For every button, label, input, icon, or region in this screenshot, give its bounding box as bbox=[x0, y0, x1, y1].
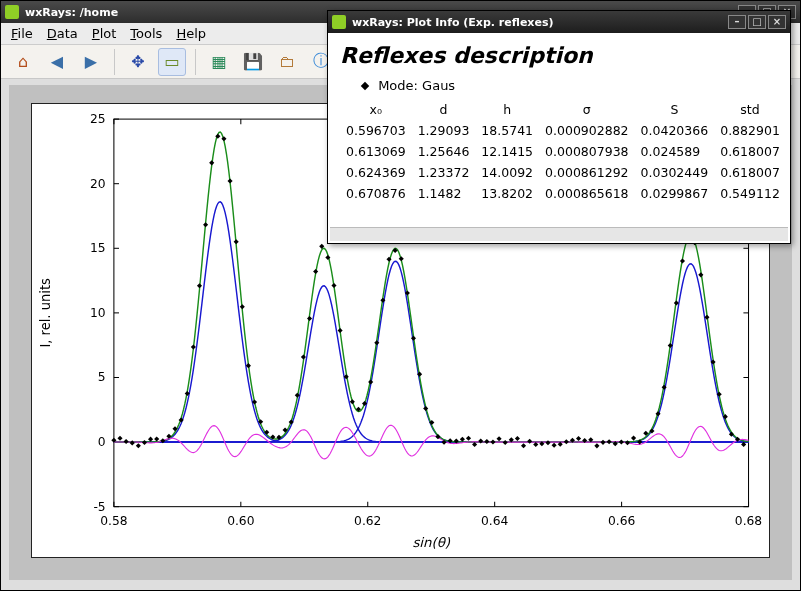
mode-row: Mode: Gaus bbox=[362, 78, 778, 93]
home-icon[interactable]: ⌂ bbox=[9, 48, 37, 76]
app-icon bbox=[5, 5, 19, 19]
svg-text:0.64: 0.64 bbox=[481, 514, 509, 528]
pan-icon[interactable]: ✥ bbox=[124, 48, 152, 76]
close-button[interactable]: × bbox=[768, 15, 786, 29]
table-cell: 1.23372 bbox=[412, 162, 476, 183]
minimize-button[interactable]: – bbox=[728, 15, 746, 29]
table-cell: 0.0299867 bbox=[635, 183, 715, 204]
app-icon bbox=[332, 15, 346, 29]
col-5: std bbox=[714, 99, 786, 120]
col-1: d bbox=[412, 99, 476, 120]
main-window-title: wxRays: /home bbox=[25, 6, 118, 19]
svg-text:sin(θ): sin(θ) bbox=[412, 535, 450, 550]
forward-icon[interactable]: ▶ bbox=[77, 48, 105, 76]
svg-text:5: 5 bbox=[98, 371, 106, 385]
table-cell: 14.0092 bbox=[475, 162, 539, 183]
svg-text:-5: -5 bbox=[93, 500, 105, 514]
menu-help[interactable]: Help bbox=[176, 26, 206, 41]
table-cell: 0.0302449 bbox=[635, 162, 715, 183]
table-row: 0.6130691.2564612.14150.0008079380.02458… bbox=[340, 141, 786, 162]
table-cell: 1.25646 bbox=[412, 141, 476, 162]
table-row: 0.6243691.2337214.00920.0008612920.03024… bbox=[340, 162, 786, 183]
table-cell: 13.8202 bbox=[475, 183, 539, 204]
subplots-icon[interactable]: ▦ bbox=[205, 48, 233, 76]
popup-heading: Reflexes description bbox=[340, 43, 778, 68]
toolbar-separator bbox=[195, 49, 196, 75]
table-cell: 12.1415 bbox=[475, 141, 539, 162]
back-icon[interactable]: ◀ bbox=[43, 48, 71, 76]
table-cell: 0.000902882 bbox=[539, 120, 635, 141]
svg-text:0.66: 0.66 bbox=[608, 514, 635, 528]
table-cell: 0.613069 bbox=[340, 141, 412, 162]
mode-value: Gaus bbox=[422, 78, 455, 93]
table-header-row: x₀dhσSstd bbox=[340, 99, 786, 120]
svg-text:10: 10 bbox=[90, 306, 106, 320]
table-cell: 18.5741 bbox=[475, 120, 539, 141]
table-row: 0.5967031.2909318.57410.0009028820.04203… bbox=[340, 120, 786, 141]
table-cell: 1.1482 bbox=[412, 183, 476, 204]
col-2: h bbox=[475, 99, 539, 120]
table-cell: 0.000861292 bbox=[539, 162, 635, 183]
table-row: 0.6708761.148213.82020.0008656180.029986… bbox=[340, 183, 786, 204]
col-0: x₀ bbox=[340, 99, 412, 120]
maximize-button[interactable]: □ bbox=[748, 15, 766, 29]
table-cell: 0.670876 bbox=[340, 183, 412, 204]
popup-title: wxRays: Plot Info (Exp. reflexes) bbox=[352, 16, 553, 29]
popup-scrollbar[interactable] bbox=[330, 227, 788, 241]
table-cell: 0.000865618 bbox=[539, 183, 635, 204]
save-icon[interactable]: 💾 bbox=[239, 48, 267, 76]
diamond-icon bbox=[361, 82, 369, 90]
open-icon[interactable]: 🗀 bbox=[273, 48, 301, 76]
popup-window-controls: – □ × bbox=[728, 15, 786, 29]
col-3: σ bbox=[539, 99, 635, 120]
svg-text:0.68: 0.68 bbox=[735, 514, 762, 528]
col-4: S bbox=[635, 99, 715, 120]
svg-text:20: 20 bbox=[90, 177, 106, 191]
toolbar-separator bbox=[114, 49, 115, 75]
popup-titlebar[interactable]: wxRays: Plot Info (Exp. reflexes) – □ × bbox=[328, 11, 790, 33]
plot-info-popup: wxRays: Plot Info (Exp. reflexes) – □ × … bbox=[327, 10, 791, 244]
table-cell: 0.549112 bbox=[714, 183, 786, 204]
popup-body: Reflexes description Mode: Gaus x₀dhσSst… bbox=[328, 33, 790, 214]
mode-label: Mode: bbox=[378, 78, 418, 93]
table-cell: 0.624369 bbox=[340, 162, 412, 183]
reflex-table: x₀dhσSstd 0.5967031.2909318.57410.000902… bbox=[340, 99, 786, 204]
svg-text:15: 15 bbox=[90, 241, 106, 255]
zoom-icon[interactable]: ▭ bbox=[158, 48, 186, 76]
menu-data[interactable]: Data bbox=[47, 26, 78, 41]
menu-tools[interactable]: Tools bbox=[130, 26, 162, 41]
table-cell: 0.000807938 bbox=[539, 141, 635, 162]
menu-file[interactable]: File bbox=[11, 26, 33, 41]
table-cell: 0.618007 bbox=[714, 162, 786, 183]
table-cell: 0.024589 bbox=[635, 141, 715, 162]
table-cell: 0.596703 bbox=[340, 120, 412, 141]
svg-text:I, rel. units: I, rel. units bbox=[38, 278, 53, 348]
svg-text:0: 0 bbox=[98, 435, 106, 449]
svg-text:25: 25 bbox=[90, 112, 106, 126]
svg-text:0.62: 0.62 bbox=[354, 514, 381, 528]
menu-plot[interactable]: Plot bbox=[92, 26, 117, 41]
svg-text:0.58: 0.58 bbox=[100, 514, 127, 528]
table-cell: 1.29093 bbox=[412, 120, 476, 141]
table-cell: 0.882901 bbox=[714, 120, 786, 141]
table-cell: 0.618007 bbox=[714, 141, 786, 162]
svg-text:0.60: 0.60 bbox=[227, 514, 254, 528]
table-cell: 0.0420366 bbox=[635, 120, 715, 141]
